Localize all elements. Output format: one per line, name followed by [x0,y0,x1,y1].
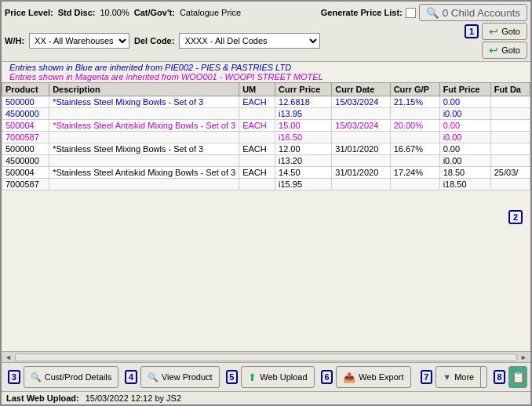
view-product-label: View Product [162,372,213,382]
child-accounts-button[interactable]: 🔍 0 Child Accounts [419,4,527,21]
green-action-button[interactable]: 📋 [508,366,527,388]
wh-label: W/H: [5,36,24,45]
last-upload-label: Last Web Upload: [6,393,79,403]
goto-arrow-icon-2: ↩ [489,44,498,56]
web-export-button[interactable]: 📤 Web Export [336,366,410,388]
col-um: UM [239,83,275,96]
bottom-toolbar: 3 🔍 Cust/Prod Details 4 🔍 View Product 5… [2,362,530,391]
web-export-icon: 📤 [343,372,355,383]
table-area: 2 Product Description UM Curr Price Curr… [2,82,530,351]
web-upload-label: Web Upload [260,372,307,382]
cat-gov-value: Catalogue Price [180,8,241,17]
header-row2: W/H: XX - All Warehouses Del Code: XXXX … [5,23,527,59]
del-code-label: Del Code: [134,36,174,45]
more-down-icon: ▼ [484,372,486,382]
web-export-label: Web Export [359,372,403,382]
badge-2-container: 2 [505,210,523,224]
generate-label: Generate Price List: [321,8,403,17]
price-table: Product Description UM Curr Price Curr D… [2,82,530,190]
table-row[interactable]: 7000587i16.50i0.00 [2,132,530,143]
goto-arrow-icon-1: ↩ [489,25,498,38]
table-row[interactable]: 4500000i13.20i0.00 [2,155,530,167]
scroll-track[interactable] [15,353,517,361]
badge-2: 2 [508,210,523,224]
col-fut-date: Fut Da [490,83,530,96]
generate-group: Generate Price List: 🔍 0 Child Accounts [321,4,527,21]
std-disc-value: 10.00% [100,8,129,17]
header-row1: Price Level: Std Disc: 10.00% Cat/Gov't:… [5,4,527,21]
web-upload-icon: ⬆ [248,372,257,383]
col-product: Product [2,83,49,96]
magnify-icon: 🔍 [426,7,439,19]
price-level-label: Price Level: [5,8,53,17]
goto-label-2: Goto [501,45,520,55]
scroll-left-arrow[interactable]: ◄ [5,353,12,361]
view-product-button[interactable]: 🔍 View Product [140,366,220,388]
more-dropdown-arrow[interactable]: ▼ [480,367,486,387]
table-header-row: Product Description UM Curr Price Curr D… [2,83,530,96]
col-curr-price: Curr Price [275,83,332,96]
green-icon: 📋 [512,371,525,383]
del-code-select[interactable]: XXXX - All Del Codes [179,33,320,49]
table-row[interactable]: 4500000i13.95i0.00 [2,108,530,120]
status-bar: Last Web Upload: 15/03/2022 12:12 by JS2 [2,391,530,404]
inherited-magenta-row: Entries shown in Magenta are inherited f… [5,72,527,82]
col-description: Description [49,83,239,96]
inherited-magenta-text: Entries shown in Magenta are inherited f… [5,72,328,83]
more-button[interactable]: ▼ More ▼ [435,366,486,388]
std-disc-label: Std Disc: [58,8,96,17]
col-fut-price: Fut Price [439,83,490,96]
more-main[interactable]: ▼ More [436,370,480,384]
child-accounts-label: 0 Child Accounts [443,7,520,19]
col-curr-date: Curr Date [332,83,390,96]
goto-button-1[interactable]: ↩ Goto [482,23,527,40]
table-row[interactable]: 500004*Stainless Steel Antiskid Mixing B… [2,120,530,132]
badge-5: 5 [226,370,239,384]
cat-gov-label: Cat/Gov't: [134,8,175,17]
goto-row1: 1 ↩ Goto [461,23,527,40]
cust-prod-icon: 🔍 [31,372,42,382]
badge-7: 7 [421,370,433,384]
goto-button-2[interactable]: ↩ Goto [482,42,527,59]
last-upload-value: 15/03/2022 12:12 by JS2 [86,393,181,403]
cust-prod-button[interactable]: 🔍 Cust/Prod Details [24,366,119,388]
table-scroll[interactable]: Product Description UM Curr Price Curr D… [2,82,530,351]
table-row[interactable]: 500000*Stainless Steel Mixing Bowls - Se… [2,143,530,155]
scroll-right-arrow[interactable]: ► [520,353,527,361]
more-triangle-icon: ▼ [443,372,451,382]
web-upload-button[interactable]: ⬆ Web Upload [241,366,314,388]
badge-4: 4 [125,370,137,384]
col-curr-gp: Curr G/P [390,83,439,96]
cust-prod-label: Cust/Prod Details [45,372,112,382]
badge-8: 8 [494,370,506,384]
inherited-blue-text: Entries shown in Blue are inherited from… [5,61,296,72]
inherited-labels: Entries shown in Blue are inherited from… [2,62,530,82]
table-row[interactable]: 500004*Stainless Steel Antiskid Mixing B… [2,167,530,179]
view-product-icon: 🔍 [148,372,159,382]
goto-section: 1 ↩ Goto ↩ Goto [461,23,527,59]
goto-row2: ↩ Goto [461,42,527,59]
generate-checkbox[interactable] [406,8,416,18]
horizontal-scrollbar[interactable]: ◄ ► [2,351,530,362]
badge-1: 1 [465,24,479,38]
warehouse-select[interactable]: XX - All Warehouses [29,33,129,49]
badge-3: 3 [8,370,20,384]
inherited-blue-row: Entries shown in Blue are inherited from… [5,63,527,72]
more-label: More [454,372,474,382]
badge-6: 6 [321,370,333,384]
goto-label-1: Goto [501,27,520,36]
table-row[interactable]: 500000*Stainless Steel Mixing Bowls - Se… [2,96,530,108]
top-area: Price Level: Std Disc: 10.00% Cat/Gov't:… [2,2,530,62]
main-window: Price Level: Std Disc: 10.00% Cat/Gov't:… [0,0,532,406]
table-row[interactable]: 7000587i15.95i18.50 [2,179,530,190]
